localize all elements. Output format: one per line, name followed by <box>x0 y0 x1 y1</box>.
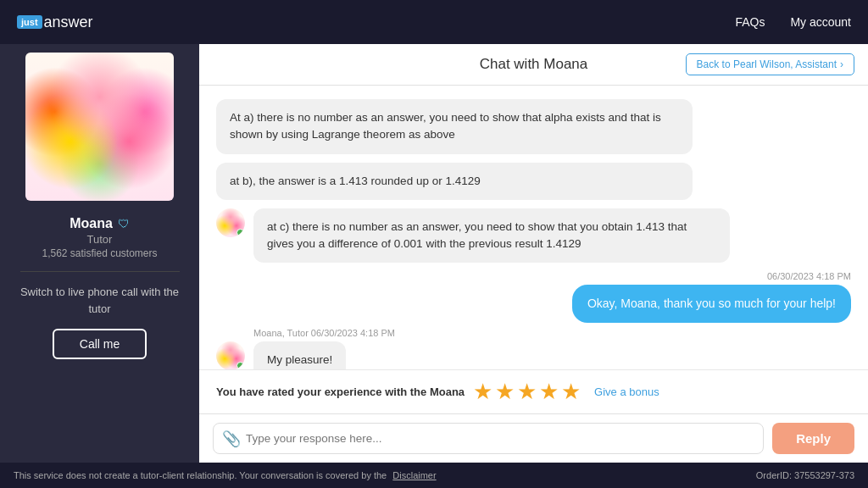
call-me-button[interactable]: Call me <box>53 329 147 359</box>
order-id: OrderID: 37553297-373 <box>756 470 854 480</box>
message-bubble: at b), the answer is a 1.413 rounded up … <box>216 163 693 200</box>
nav-faqs[interactable]: FAQs <box>735 15 765 29</box>
disclaimer-prefix: This service does not create a tutor-cli… <box>14 470 387 480</box>
tutor-name-wrap: Moana 🛡 <box>70 216 130 231</box>
message-timestamp: 06/30/2023 4:18 PM <box>216 271 851 281</box>
nav-my-account[interactable]: My account <box>790 15 851 29</box>
message-right: Okay, Moana, thank you so much for your … <box>216 285 851 323</box>
star-2[interactable]: ★ <box>495 379 515 405</box>
messages-area: At a) there is no number as an answer, y… <box>199 86 868 369</box>
logo-answer: answer <box>44 14 93 31</box>
switch-text: Switch to live phone call with the tutor <box>0 284 199 317</box>
disclaimer-link[interactable]: Disclaimer <box>392 470 436 480</box>
online-indicator <box>236 362 244 369</box>
reply-input-wrap: 📎 <box>213 423 764 454</box>
chevron-right-icon: › <box>840 58 843 70</box>
rating-text: You have rated your experience with the … <box>216 385 465 398</box>
reply-area: 📎 Reply <box>199 413 868 463</box>
message-bubble: My pleasure! <box>253 341 346 369</box>
nav-links: FAQs My account <box>735 15 851 29</box>
star-5[interactable]: ★ <box>561 379 581 405</box>
verified-icon: 🛡 <box>118 217 130 230</box>
tutor-avatar-small <box>216 341 245 369</box>
logo-just: just <box>17 15 42 29</box>
sidebar: Moana 🛡 Tutor 1,562 satisfied customers … <box>0 44 199 463</box>
online-indicator <box>236 229 244 236</box>
star-3[interactable]: ★ <box>517 379 537 405</box>
star-4[interactable]: ★ <box>539 379 559 405</box>
rating-section: You have rated your experience with the … <box>199 369 868 413</box>
message-bubble: At a) there is no number as an answer, y… <box>216 99 693 154</box>
back-button-label: Back to Pearl Wilson, Assistant <box>697 58 837 70</box>
message-bubble: at c) there is no number as an answer, y… <box>253 208 730 263</box>
attach-icon[interactable]: 📎 <box>222 430 241 448</box>
chat-container: Chat with Moana Back to Pearl Wilson, As… <box>199 44 868 463</box>
reply-button[interactable]: Reply <box>772 423 854 454</box>
top-navigation: just answer FAQs My account <box>0 0 868 44</box>
avatar <box>25 53 174 201</box>
reply-input[interactable] <box>246 424 754 453</box>
give-bonus-link[interactable]: Give a bonus <box>594 385 659 398</box>
star-1[interactable]: ★ <box>473 379 492 405</box>
disclaimer-text: This service does not create a tutor-cli… <box>14 470 437 480</box>
back-button[interactable]: Back to Pearl Wilson, Assistant › <box>686 53 854 75</box>
tutor-name: Moana <box>70 216 113 231</box>
bottom-bar: This service does not create a tutor-cli… <box>0 463 868 488</box>
chat-header: Chat with Moana Back to Pearl Wilson, As… <box>199 44 868 86</box>
tutor-message-label: Moana, Tutor 06/30/2023 4:18 PM <box>253 328 851 338</box>
stars-wrap: ★ ★ ★ ★ ★ <box>473 379 581 405</box>
logo: just answer <box>17 14 93 31</box>
message-bubble-user: Okay, Moana, thank you so much for your … <box>572 285 851 323</box>
tutor-customers: 1,562 satisfied customers <box>42 247 157 259</box>
tutor-avatar-small <box>216 208 245 237</box>
message-row: at c) there is no number as an answer, y… <box>216 208 851 263</box>
message-row: My pleasure! <box>216 341 851 369</box>
sidebar-divider <box>20 271 180 272</box>
tutor-title: Tutor <box>87 233 113 246</box>
chat-title: Chat with Moana <box>480 56 588 73</box>
